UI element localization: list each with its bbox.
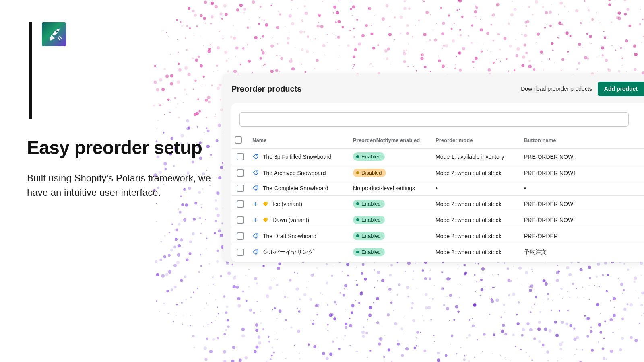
svg-point-1361 (274, 307, 276, 309)
svg-point-1616 (194, 113, 197, 116)
download-preorder-button[interactable]: Download preorder products (521, 86, 592, 92)
svg-point-955 (492, 40, 494, 42)
row-checkbox[interactable] (237, 232, 244, 240)
svg-point-1577 (566, 31, 569, 35)
svg-point-1871 (227, 325, 230, 328)
svg-point-1314 (206, 145, 210, 148)
svg-point-1982 (641, 275, 642, 276)
svg-point-580 (381, 279, 384, 282)
svg-point-1742 (542, 6, 544, 8)
svg-point-2028 (208, 324, 209, 325)
svg-point-1516 (532, 14, 533, 15)
svg-point-1203 (263, 65, 264, 66)
table-row[interactable]: The Draft SnowboardEnabledMode 2: when o… (231, 228, 644, 244)
row-checkbox[interactable] (237, 185, 244, 192)
preorder-mode: Mode 2: when out of stock (436, 249, 501, 255)
svg-point-2093 (618, 12, 621, 15)
svg-point-2122 (168, 313, 169, 314)
svg-point-1269 (318, 22, 319, 23)
svg-point-1058 (525, 52, 528, 54)
svg-point-1181 (451, 334, 453, 337)
svg-point-921 (532, 271, 533, 272)
svg-point-1311 (220, 234, 223, 237)
svg-point-1789 (237, 31, 238, 32)
table-row[interactable]: The 3p Fulfilled SnowboardEnabledMode 1:… (231, 149, 644, 165)
svg-point-1690 (591, 43, 592, 43)
svg-point-2103 (176, 315, 177, 316)
svg-point-1951 (604, 321, 606, 323)
svg-point-2046 (630, 303, 633, 306)
svg-point-543 (361, 272, 363, 275)
svg-point-1024 (453, 319, 455, 321)
svg-point-1154 (320, 25, 323, 28)
svg-point-677 (387, 47, 390, 50)
svg-point-830 (480, 295, 481, 296)
svg-point-2071 (608, 4, 611, 6)
svg-point-2058 (176, 304, 178, 306)
svg-point-1958 (270, 358, 272, 360)
svg-point-1790 (249, 19, 250, 20)
svg-point-1897 (611, 45, 612, 46)
svg-point-768 (462, 47, 465, 50)
add-product-button[interactable]: Add product (598, 82, 644, 96)
svg-point-1899 (634, 68, 636, 71)
table-row[interactable]: The Complete SnowboardNo product-level s… (231, 181, 644, 196)
svg-point-1477 (445, 354, 448, 357)
svg-point-1354 (460, 347, 461, 348)
svg-point-904 (483, 43, 484, 44)
svg-point-722 (408, 43, 409, 44)
svg-point-1647 (599, 286, 600, 287)
svg-point-2142 (188, 7, 190, 10)
svg-point-1976 (587, 7, 588, 8)
svg-point-2048 (613, 332, 614, 333)
svg-point-1971 (210, 23, 212, 24)
svg-point-1611 (181, 203, 184, 206)
svg-point-438 (388, 266, 389, 267)
table-row[interactable]: シルバーイヤリングEnabledMode 2: when out of stoc… (231, 244, 644, 262)
search-input[interactable] (239, 112, 629, 127)
table-row[interactable]: +Dawn (variant)EnabledMode 2: when out o… (231, 212, 644, 228)
row-checkbox[interactable] (237, 200, 244, 208)
svg-point-1660 (326, 357, 329, 360)
svg-point-2061 (155, 260, 158, 263)
svg-point-1074 (504, 312, 505, 313)
svg-point-2101 (209, 350, 213, 353)
row-checkbox[interactable] (237, 249, 244, 256)
svg-point-2037 (211, 15, 213, 18)
svg-point-1870 (242, 334, 245, 337)
row-checkbox[interactable] (237, 216, 244, 224)
svg-point-924 (491, 300, 494, 303)
svg-point-1441 (260, 38, 262, 39)
svg-point-1890 (243, 8, 246, 10)
svg-point-471 (362, 263, 365, 266)
svg-point-827 (525, 271, 528, 274)
row-checkbox[interactable] (237, 169, 244, 177)
svg-point-657 (492, 274, 493, 275)
svg-point-500 (441, 272, 443, 273)
table-row[interactable]: +Ice (variant)EnabledMode 2: when out of… (231, 196, 644, 212)
svg-point-614 (474, 274, 476, 276)
select-all-checkbox[interactable] (235, 136, 242, 144)
svg-point-2053 (239, 359, 242, 362)
expand-icon[interactable]: + (252, 200, 258, 208)
price-tag-icon (252, 185, 259, 191)
svg-point-855 (476, 42, 477, 43)
svg-point-1375 (220, 99, 221, 100)
row-checkbox[interactable] (237, 153, 244, 160)
svg-point-1886 (184, 66, 188, 70)
svg-point-1706 (539, 340, 541, 343)
svg-point-1814 (531, 360, 533, 361)
price-tag-icon (262, 217, 268, 223)
svg-point-1247 (298, 310, 301, 313)
expand-icon[interactable]: + (252, 216, 258, 224)
svg-point-1733 (203, 76, 205, 78)
svg-point-1621 (235, 47, 239, 50)
price-tag-icon (252, 170, 259, 176)
svg-point-1129 (420, 332, 421, 333)
svg-point-2002 (156, 88, 159, 91)
svg-point-2004 (178, 63, 180, 65)
svg-point-705 (316, 267, 318, 269)
table-row[interactable]: The Archived SnowboardDisabledMode 2: wh… (231, 165, 644, 181)
svg-point-1687 (535, 0, 538, 4)
svg-point-1079 (363, 326, 365, 328)
